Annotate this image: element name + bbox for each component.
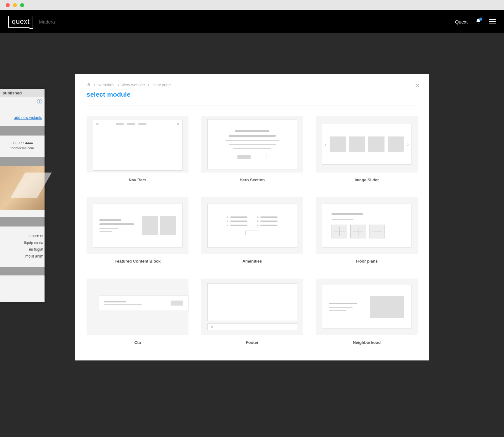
- module-card-footer[interactable]: Footer: [201, 279, 303, 345]
- window-titlebar: [0, 0, 504, 10]
- breadcrumb-view-website[interactable]: view website: [122, 83, 145, 87]
- add-widgets-link[interactable]: add new widgets: [0, 106, 45, 122]
- hamburger-icon: [489, 19, 496, 20]
- breadcrumb-view-page[interactable]: view page: [152, 83, 171, 87]
- hero-thumb: [201, 116, 303, 173]
- menu-button[interactable]: [489, 19, 496, 24]
- home-icon[interactable]: [87, 82, 91, 88]
- module-card-label: Hero Section: [240, 178, 265, 182]
- chevron-right-icon: ›: [407, 141, 409, 148]
- nav-bars-thumb: [87, 116, 188, 173]
- preview-image: [0, 166, 45, 210]
- footer-thumb: [201, 279, 303, 335]
- module-card-featured-content[interactable]: Featured Content Block: [87, 197, 188, 264]
- module-card-label: Cta: [134, 340, 141, 345]
- phone-text: 888.777.4444: [0, 141, 45, 145]
- select-module-modal: ✕ websites view website view page select…: [75, 74, 429, 360]
- module-card-floor-plans[interactable]: Floor plans: [316, 197, 418, 264]
- close-button[interactable]: ✕: [415, 82, 420, 90]
- module-card-hero-section[interactable]: Hero Section: [201, 116, 303, 182]
- slider-thumb: ‹ ›: [316, 116, 418, 173]
- module-card-cta[interactable]: Cta: [87, 279, 188, 345]
- module-card-label: Image Slider: [355, 178, 379, 182]
- cta-thumb: [87, 279, 188, 335]
- module-card-image-slider[interactable]: ‹ › Image Slider: [316, 116, 418, 182]
- info-icon[interactable]: i: [37, 99, 42, 104]
- module-card-neighborhood[interactable]: Neighborhood: [316, 279, 418, 345]
- floor-plans-thumb: [316, 197, 418, 254]
- close-icon: ✕: [415, 82, 420, 89]
- module-card-label: Nav Bars: [129, 178, 146, 182]
- module-grid: Nav Bars Hero Section: [87, 116, 418, 345]
- lorem-text: abore et liquip ex ea eu fugiat mollit a…: [0, 226, 45, 261]
- neighborhood-thumb: [316, 279, 418, 335]
- notifications-button[interactable]: [475, 19, 481, 25]
- divider: [87, 105, 418, 105]
- domain-text: tdemocms.com: [0, 146, 45, 150]
- window-minimize-dot[interactable]: [13, 3, 17, 7]
- app-header: quext Madera Quext: [0, 10, 504, 33]
- chevron-right-icon: [93, 83, 96, 87]
- chevron-right-icon: [147, 83, 150, 87]
- module-card-nav-bars[interactable]: Nav Bars: [87, 116, 188, 182]
- featured-thumb: [87, 197, 188, 254]
- background-page-panel: published i add new widgets 888.777.4444…: [0, 89, 45, 302]
- sub-brand: Madera: [39, 19, 55, 24]
- notification-badge: [479, 18, 482, 21]
- window-zoom-dot[interactable]: [20, 3, 24, 7]
- breadcrumb: websites view website view page: [87, 82, 418, 88]
- status-badge: published: [0, 89, 45, 97]
- chevron-right-icon: [117, 83, 119, 87]
- module-card-amenities[interactable]: Amenities: [201, 197, 303, 264]
- modal-title: select module: [87, 91, 418, 98]
- breadcrumb-websites[interactable]: websites: [98, 83, 114, 87]
- module-card-label: Floor plans: [356, 259, 378, 264]
- window-close-dot[interactable]: [6, 3, 10, 7]
- module-card-label: Neighborhood: [353, 340, 381, 345]
- header-brand-link[interactable]: Quext: [455, 19, 468, 24]
- module-card-label: Featured Content Block: [114, 259, 161, 264]
- logo[interactable]: quext: [8, 16, 33, 28]
- module-card-label: Footer: [246, 340, 258, 345]
- chevron-left-icon: ‹: [325, 141, 326, 148]
- module-card-label: Amenities: [242, 259, 262, 264]
- amenities-thumb: [201, 197, 303, 254]
